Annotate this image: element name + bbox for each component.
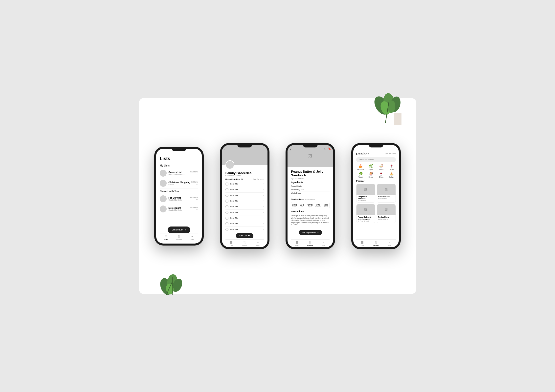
- item-checkbox[interactable]: [225, 217, 228, 220]
- more-dots-icon[interactable]: •••: [190, 173, 198, 175]
- edit-icon: ✏: [248, 235, 250, 237]
- list-icon: ☰: [296, 241, 298, 244]
- add-ingredients-button[interactable]: Add Ingredients ＋: [299, 230, 322, 235]
- item-checkbox[interactable]: [225, 183, 228, 186]
- grocery-item[interactable]: Item Title ›: [225, 198, 264, 204]
- more-dots-icon[interactable]: •••: [191, 183, 198, 186]
- item-checkbox[interactable]: [225, 211, 228, 214]
- list-item[interactable]: Movie Night Created By Emily 8/12 items …: [160, 204, 198, 214]
- bottom-nav: ☰ Lists 🍴 Recipes ≡ More: [225, 239, 264, 247]
- vegan-icon: 🌿: [369, 164, 373, 168]
- grocery-avatar: [225, 160, 234, 169]
- create-list-label: Create List: [172, 228, 183, 231]
- ingredient-item: White Bread: [291, 191, 330, 195]
- plus-icon: ＋: [184, 228, 186, 231]
- nav-recipes[interactable]: 🍴 Recipes: [242, 241, 247, 246]
- image-placeholder-icon: 🖼: [308, 154, 312, 158]
- recipe-title: Peanut Butter & Jelly Sandwich: [291, 170, 330, 177]
- back-button[interactable]: ‹: [224, 147, 225, 151]
- sort-by[interactable]: Sort By: None: [253, 178, 264, 180]
- grocery-shared: Shared with 3 others: [225, 175, 264, 177]
- chevron-icon: ›: [263, 228, 264, 230]
- list-item[interactable]: Grocery List Shared with 2 others 8/12 i…: [160, 168, 198, 178]
- grocery-item[interactable]: Item Title ›: [225, 187, 264, 193]
- nav-lists[interactable]: ☰ Lists: [230, 241, 233, 246]
- avatar: [160, 195, 167, 202]
- nav-recipes[interactable]: 🍴 Recipes: [307, 241, 313, 246]
- nav-lists[interactable]: ☰ Lists: [361, 241, 364, 246]
- grocery-item[interactable]: Item Title ›: [225, 181, 264, 187]
- nav-label: More: [256, 245, 260, 246]
- item-checkbox[interactable]: [225, 205, 228, 208]
- more-dots-icon[interactable]: •••: [190, 208, 198, 211]
- more-dots-icon[interactable]: •••: [190, 198, 198, 201]
- recipe-card-grilled-cheese[interactable]: 🖼 Grilled Cheese By Allrecipes: [377, 184, 396, 203]
- category-label: Vegan: [358, 176, 363, 178]
- edit-list-button[interactable]: Edit List ✏: [236, 233, 253, 238]
- list-item[interactable]: For Our Cat Created By Emily 6/10 items …: [160, 194, 198, 204]
- item-checkbox[interactable]: [225, 222, 228, 225]
- category-vegan-2[interactable]: 🌿 Vegan: [356, 172, 365, 178]
- back-button[interactable]: ‹: [290, 147, 291, 151]
- recipe-card-image: 🖼: [377, 204, 396, 215]
- grocery-item[interactable]: Item Title ›: [225, 193, 264, 198]
- category-soups[interactable]: 🍜 Soups: [377, 164, 386, 170]
- nav-more[interactable]: ≡ More: [256, 241, 260, 246]
- screen-recipes-browse: Recipes Sort By: None 🍰 Desserts 🌿 Vegan…: [353, 145, 399, 247]
- item-checkbox[interactable]: [225, 200, 228, 203]
- nav-lists[interactable]: ☰ Lists: [295, 241, 298, 246]
- category-italian[interactable]: 🍝 Italian: [387, 172, 396, 178]
- recipes-icon: 🍴: [177, 235, 181, 238]
- nutrient-carbs: 23 g Carbs: [292, 204, 297, 207]
- nav-more[interactable]: ≡ More: [191, 235, 194, 240]
- recipe-instructions-text: Lorem ipsum dolor sit amet, consectetur …: [291, 215, 330, 226]
- item-checkbox[interactable]: [225, 194, 228, 197]
- nutrient-sugar: ~10 g Sugar: [307, 204, 312, 207]
- recipe-card-spaghetti[interactable]: 🖼 Spaghetti & Meatballs By Allrecipes: [356, 184, 375, 203]
- screen-lists: Lists My Lists Grocery List Shared with …: [156, 149, 202, 244]
- create-list-button[interactable]: Create List ＋: [168, 227, 190, 233]
- grocery-item[interactable]: Item Title ›: [225, 204, 264, 210]
- chevron-icon: ›: [263, 194, 264, 196]
- category-vegan[interactable]: 🌿 Vegan: [366, 164, 375, 170]
- avatar: [160, 170, 167, 177]
- category-drinks-2[interactable]: 🍷 Drinks: [377, 172, 386, 178]
- item-checkbox[interactable]: [225, 188, 228, 191]
- list-name: Christmas Shopping: [168, 181, 191, 184]
- recipe-card-pbj[interactable]: 🖼 Peanut Butter & Jelly Sandwich By Food…: [356, 204, 375, 223]
- grocery-item[interactable]: Item Title ›: [225, 221, 264, 227]
- search-input[interactable]: [356, 157, 396, 162]
- nav-more[interactable]: ≡ More: [322, 241, 325, 246]
- scene: Lists My Lists Grocery List Shared with …: [139, 98, 416, 294]
- notch-4: [369, 143, 383, 147]
- nav-more[interactable]: ≡ More: [388, 241, 391, 246]
- category-drinks[interactable]: 🍷 Drinks: [387, 164, 396, 170]
- share-icon[interactable]: ⬡: [324, 147, 327, 150]
- list-icon: ☰: [230, 241, 233, 244]
- nav-label: Lists: [230, 245, 233, 246]
- chevron-icon: ›: [263, 211, 264, 213]
- category-soups-2[interactable]: 🍜 Soups: [366, 172, 375, 178]
- grocery-item[interactable]: Item Title ›: [225, 227, 264, 232]
- recipe-card-name: Recipe Name: [378, 216, 394, 218]
- sort-by[interactable]: Sort By: None: [385, 153, 396, 155]
- popular-label: Popular: [356, 180, 396, 182]
- grocery-item[interactable]: Item Title ›: [225, 210, 264, 215]
- nutrient-fat: 10 g Fat: [300, 204, 304, 207]
- category-desserts[interactable]: 🍰 Desserts: [356, 164, 365, 170]
- drinks-icon-2: 🍷: [379, 172, 383, 176]
- nav-lists[interactable]: ☰ Lists: [164, 235, 168, 240]
- nav-label: More: [322, 245, 325, 246]
- nav-recipes[interactable]: 🍴 Recipes: [177, 235, 182, 240]
- item-checkbox[interactable]: [225, 228, 228, 231]
- recently-added-label: Recently Added (8): [225, 178, 243, 180]
- grocery-item[interactable]: Item Title ›: [225, 215, 264, 221]
- nav-more-label: More: [191, 239, 194, 240]
- list-item[interactable]: Christmas Shopping Private 3/5 items •••: [160, 178, 198, 188]
- bookmark-icon[interactable]: 🔖: [328, 147, 331, 150]
- ingredient-item: Peanut Butter: [291, 185, 330, 188]
- list-sub: Created By Emily: [168, 209, 190, 211]
- nav-recipes[interactable]: 🍴 Recipes: [373, 241, 379, 246]
- recipe-card-recipe-name[interactable]: 🖼 Recipe Name By NameName: [377, 204, 396, 223]
- nutrient-row: 23 g Carbs 10 g Fat ~10 g Sugar 300: [291, 202, 330, 209]
